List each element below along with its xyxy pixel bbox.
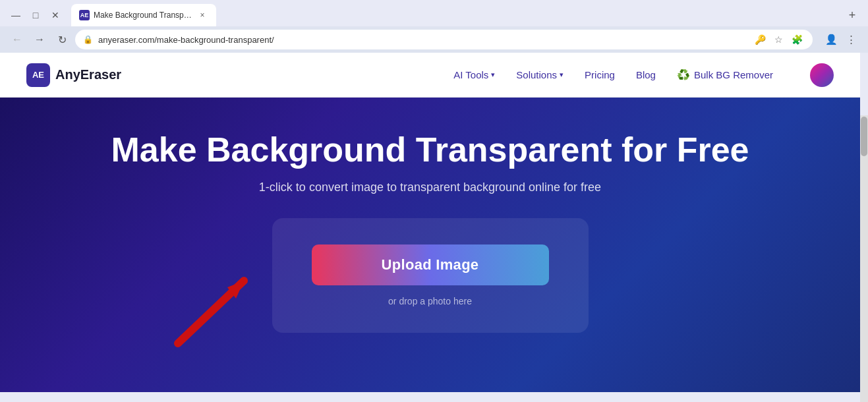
upload-drop-zone[interactable]: Upload Image or drop a photo here [272,218,589,333]
scrollbar[interactable] [860,115,868,402]
url-actions: 🔑 ☆ 🧩 [752,32,805,47]
arrow-annotation [158,244,290,353]
extensions-button[interactable]: 🧩 [789,32,805,47]
ai-tools-nav-link[interactable]: AI Tools ▾ [453,69,495,80]
back-button[interactable]: ← [8,30,26,49]
page-content: AE AnyEraser AI Tools ▾ Solutions ▾ Pric… [0,53,860,392]
navbar: AE AnyEraser AI Tools ▾ Solutions ▾ Pric… [0,53,860,98]
hero-subtitle: 1-click to convert image to transparent … [259,181,601,194]
solutions-label: Solutions [516,69,557,80]
bulk-icon: ♻️ [677,69,690,81]
maximize-button[interactable]: □ [26,6,45,24]
browser-chrome: — □ ✕ AE Make Background Transparent × +… [0,0,868,53]
bulk-label: Bulk BG Remover [694,69,773,80]
url-text: anyeraser.com/make-background-transparen… [98,35,747,45]
tab-close-button[interactable]: × [196,9,208,21]
upload-image-button[interactable]: Upload Image [312,244,549,285]
svg-marker-1 [227,281,244,299]
page-wrapper: AE AnyEraser AI Tools ▾ Solutions ▾ Pric… [0,53,868,392]
url-bar[interactable]: 🔒 anyeraser.com/make-background-transpar… [75,30,813,49]
new-tab-button[interactable]: + [843,6,861,24]
solutions-nav-link[interactable]: Solutions ▾ [516,69,564,80]
svg-line-0 [178,281,244,343]
close-window-button[interactable]: ✕ [46,6,65,24]
key-icon-button[interactable]: 🔑 [752,32,768,47]
logo[interactable]: AE AnyEraser [26,63,121,87]
reload-button[interactable]: ↻ [53,30,71,49]
user-avatar[interactable] [810,63,834,87]
browser-actions: 👤 ⋮ [822,30,860,49]
profile-avatar-button[interactable]: 👤 [822,30,840,49]
ai-tools-chevron-icon: ▾ [491,71,495,79]
nav-links: AI Tools ▾ Solutions ▾ Pricing Blog ♻️ B… [453,63,834,87]
tab-favicon: AE [79,10,90,20]
forward-button[interactable]: → [30,30,49,49]
window-controls: — □ ✕ [7,6,65,24]
brand-name: AnyEraser [55,67,121,82]
active-tab[interactable]: AE Make Background Transparent × [71,4,216,26]
address-bar: ← → ↻ 🔒 anyeraser.com/make-background-tr… [0,26,868,53]
solutions-chevron-icon: ▾ [560,71,564,79]
url-lock-icon: 🔒 [83,35,93,44]
bulk-bg-remover-link[interactable]: ♻️ Bulk BG Remover [677,69,773,81]
title-bar: — □ ✕ AE Make Background Transparent × + [0,0,868,26]
scrollbar-thumb[interactable] [861,117,867,156]
blog-nav-link[interactable]: Blog [636,69,656,80]
ai-tools-label: AI Tools [453,69,488,80]
drop-photo-text: or drop a photo here [388,296,472,306]
pricing-nav-link[interactable]: Pricing [585,69,615,80]
browser-menu-button[interactable]: ⋮ [842,30,860,49]
tab-list: AE Make Background Transparent × [71,4,840,26]
hero-section: Make Background Transparent for Free 1-c… [0,98,860,392]
hero-title: Make Background Transparent for Free [111,130,749,170]
red-arrow-icon [158,244,290,350]
bookmark-button[interactable]: ☆ [770,32,786,47]
logo-icon: AE [26,63,50,87]
minimize-button[interactable]: — [7,6,25,24]
tab-title: Make Background Transparent [94,11,192,20]
